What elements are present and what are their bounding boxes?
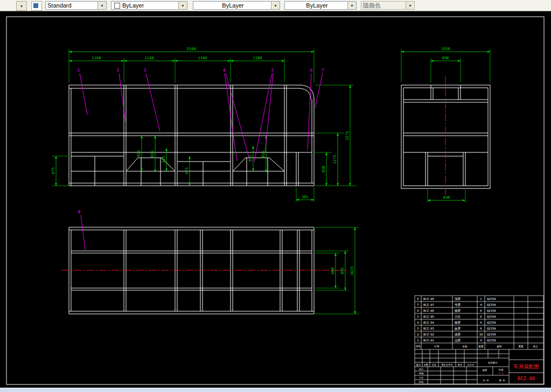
drawing-number: BCZ-00 <box>518 376 535 381</box>
part-material: Q235A <box>487 339 496 342</box>
main-elevation-geometry <box>69 85 314 186</box>
part-no: 6 <box>417 309 419 312</box>
part-material: Q235A <box>487 315 496 318</box>
label-page: 第 张 <box>499 379 505 382</box>
part-material: Q235A <box>487 297 496 300</box>
dim-text: 5348 <box>187 47 196 51</box>
part-code: BCZ-05 <box>423 315 434 318</box>
item-leader-line <box>81 215 85 250</box>
part-code: BCZ-02 <box>423 333 434 336</box>
item-balloon-numbers: 1 2 3 4 5 6 7 <box>78 68 324 73</box>
part-name: 立柱 <box>455 315 461 318</box>
part-name: 纵梁 <box>455 326 461 330</box>
part-no: 2 <box>417 333 419 336</box>
dim-text: 835 <box>150 151 155 158</box>
part-qty: 1 <box>480 297 482 300</box>
text-style-combo[interactable]: Standard ▼ <box>45 1 107 10</box>
toolbar: ▼ Standard ▼ ByLayer ▼ ByLayer ▼ ByLayer… <box>0 0 551 11</box>
parts-row: 8 BCZ-08 顶梁 1 Q235A <box>417 297 496 300</box>
balloon-number: 8 <box>78 209 81 214</box>
item-leader-lines <box>80 73 323 162</box>
label-check: 审核 <box>419 372 424 375</box>
part-no: 4 <box>417 321 419 324</box>
dim-text: 690 <box>442 56 449 60</box>
command-line-strip[interactable] <box>0 388 551 392</box>
parts-row: 3 BCZ-03 纵梁 6 Q235A <box>417 326 496 330</box>
plotstyle-combo[interactable]: 随颜色 ▼ <box>361 1 415 10</box>
part-qty: 6 <box>480 309 482 312</box>
header-cell: 数量 <box>479 345 484 348</box>
chevron-down-icon: ▼ <box>178 2 187 9</box>
dim-text: 1160 <box>92 56 101 60</box>
end-view-geometry <box>401 85 490 188</box>
linetype-combo[interactable]: ByLayer ▼ <box>193 1 280 10</box>
dim-text: 2275 <box>345 131 350 141</box>
label-doc: 更改文件号 <box>441 363 453 366</box>
part-code: BCZ-01 <box>423 339 434 342</box>
model-space-canvas[interactable]: 5348 1160 1140 1160 1160 2275 1275 820 6… <box>0 0 551 392</box>
dim-text: 1160 <box>253 56 262 60</box>
dim-text: 1625 <box>350 267 354 276</box>
dim-text: 675 <box>185 167 189 174</box>
part-name: 侧梁 <box>454 309 461 313</box>
parts-row: 1 BCZ-01 边梁 4 Q235A <box>417 338 496 342</box>
balloon-number: 1 <box>78 68 80 73</box>
label-weight: 重量 <box>483 369 487 372</box>
color-value: ByLayer <box>122 2 144 9</box>
parts-row: 6 BCZ-06 侧梁 6 Q235A <box>417 309 496 313</box>
partial-combo-button[interactable]: ▼ <box>16 1 27 11</box>
dim-text: 600 <box>331 268 335 275</box>
titleblock-labels: 标记 处数 分区 更改文件号 签名 年月日 设计 审核 工艺 批准 阶段标记 重… <box>416 361 506 383</box>
sheet-border <box>6 17 544 384</box>
part-no: 1 <box>417 339 419 342</box>
header-cell: 名称 <box>463 345 468 348</box>
lineweight-value: ByLayer <box>287 2 347 9</box>
header-cell: 重量 <box>519 345 524 348</box>
chevron-down-icon: ▼ <box>347 2 356 9</box>
label-zone: 分区 <box>432 363 437 366</box>
part-name: 横梁 <box>455 320 461 324</box>
part-material: Q235A <box>487 333 496 336</box>
part-code: BCZ-04 <box>423 321 435 324</box>
label-sheets: 共 张 <box>483 379 489 382</box>
chevron-down-icon: ▼ <box>20 4 24 8</box>
part-no: 3 <box>417 327 419 330</box>
label-stage: 阶段标记 <box>488 361 498 365</box>
end-view-extension-lines <box>401 49 490 203</box>
part-name: 底梁 <box>455 332 461 336</box>
balloon-number: 2 <box>117 68 120 73</box>
drawing-scale: 1:1 <box>498 372 503 375</box>
part-no: 8 <box>417 297 419 300</box>
part-qty: 8 <box>480 315 482 318</box>
parts-row: 5 BCZ-05 立柱 8 Q235A <box>417 315 496 318</box>
part-code: BCZ-07 <box>423 303 434 306</box>
toolbar-icon[interactable] <box>31 1 42 11</box>
part-material: Q235A <box>487 309 496 312</box>
dim-text: 1160 <box>198 56 207 60</box>
header-cell: 代号 <box>434 345 440 348</box>
part-material: Q235A <box>487 327 496 330</box>
linetype-value: ByLayer <box>195 2 271 9</box>
lineweight-combo[interactable]: ByLayer ▼ <box>284 1 357 10</box>
drawing-title: 车身装配图 <box>513 363 539 369</box>
dim-text: 895 <box>340 268 345 275</box>
balloon-number: 7 <box>322 68 324 73</box>
plan-view-dimension-texts: 1625 895 600 <box>331 267 354 276</box>
end-view-dimension-lines <box>401 52 490 200</box>
dim-text: 1275 <box>333 155 337 164</box>
part-qty: 4 <box>480 339 482 342</box>
label-count: 处数 <box>424 363 429 366</box>
color-swatch <box>114 3 120 9</box>
parts-list-header: 序号 代号 名称 数量 材料 重量 备注 <box>416 345 539 348</box>
label-design: 设计 <box>419 368 424 370</box>
parts-row: 2 BCZ-02 底梁 10 Q235A <box>417 332 496 336</box>
part-name: 弯梁 <box>455 303 461 307</box>
dim-text: 825 <box>137 150 141 157</box>
cad-window: { "toolbar": { "style_value": "Standard"… <box>0 0 551 392</box>
parts-row: 4 BCZ-04 横梁 4 Q235A <box>417 320 496 324</box>
header-cell: 材料 <box>497 345 503 348</box>
color-control-combo[interactable]: ByLayer ▼ <box>111 1 187 10</box>
part-no: 7 <box>417 303 419 306</box>
part-qty: 10 <box>479 333 483 336</box>
label-date: 年月日 <box>468 363 475 366</box>
